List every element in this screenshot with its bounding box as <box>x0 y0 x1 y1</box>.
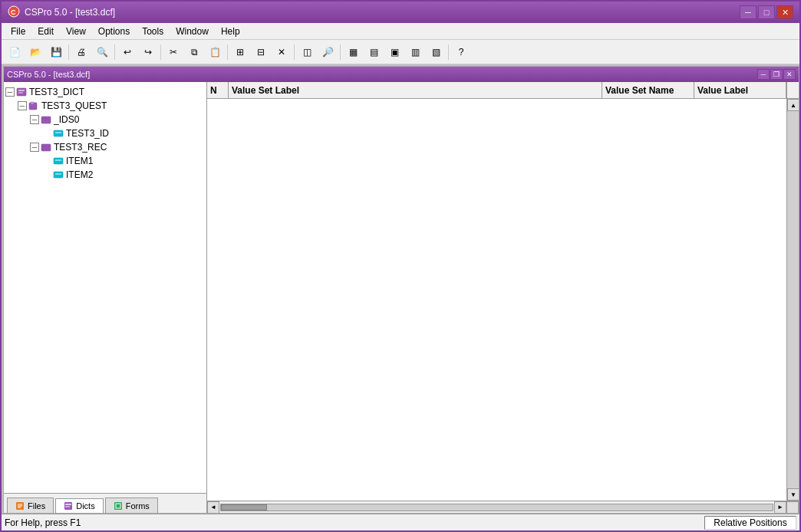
tree-label-dict: TEST3_DICT <box>29 87 84 97</box>
inner-close-button[interactable]: ✕ <box>783 69 796 80</box>
paste-btn[interactable]: 📋 <box>205 42 225 62</box>
grid-col-name: Value Set Name <box>602 82 694 98</box>
mdi-area: CSPro 5.0 - [test3.dcf] ─ ❐ ✕ ─ <box>2 64 799 514</box>
tree-panel: ─ TEST3_DICT <box>4 82 207 513</box>
inner-minimize-button[interactable]: ─ <box>757 69 770 80</box>
toolbar-separator <box>227 44 228 60</box>
tree-item-test3rec[interactable]: ─ TEST3_REC <box>5 140 205 154</box>
hscroll-left-btn[interactable]: ◄ <box>207 501 219 514</box>
add2-btn[interactable]: ⊟ <box>251 42 271 62</box>
menu-item-tools[interactable]: Tools <box>136 23 170 39</box>
grid-col-label: Value Set Label <box>229 82 602 98</box>
tree-toggle-dict[interactable]: ─ <box>5 87 15 97</box>
status-relative-positions: Relative Positions <box>704 516 796 530</box>
inner-window: CSPro 5.0 - [test3.dcf] ─ ❐ ✕ ─ <box>3 66 799 514</box>
tab-bar: Files Dicts <box>4 493 206 513</box>
svg-rect-24 <box>65 506 70 507</box>
find-btn[interactable]: 🔎 <box>318 42 338 62</box>
tree-item-test3id[interactable]: TEST3_ID <box>5 126 205 140</box>
item1-icon <box>53 156 64 166</box>
svg-text:C: C <box>11 8 16 16</box>
tree-item-ids0[interactable]: ─ _IDS0 <box>5 113 205 126</box>
status-bar: For Help, press F1 Relative Positions <box>2 514 799 530</box>
test3id-icon <box>53 129 64 138</box>
tree-label-item2: ITEM2 <box>66 169 93 180</box>
test3rec-icon <box>41 143 51 152</box>
toggle-btn[interactable]: ◫ <box>297 42 317 62</box>
dict-icon <box>16 87 27 97</box>
undo-btn[interactable]: ↩ <box>117 42 137 62</box>
tree-item-dict[interactable]: ─ TEST3_DICT <box>5 85 205 99</box>
print-preview-btn[interactable]: 🔍 <box>92 42 112 62</box>
tab-files[interactable]: Files <box>7 498 54 513</box>
inner-restore-button[interactable]: ❐ <box>770 69 783 80</box>
toolbar-separator <box>340 44 341 60</box>
hscroll-right-btn[interactable]: ► <box>774 501 786 514</box>
menu-item-view[interactable]: View <box>60 23 92 39</box>
print-btn[interactable]: 🖨 <box>71 42 91 62</box>
tab-forms[interactable]: Forms <box>105 498 158 513</box>
hscroll-track <box>220 504 773 511</box>
grid-header: N Value Set Label Value Set Name Value L… <box>207 82 799 99</box>
v1-btn[interactable]: ▦ <box>343 42 363 62</box>
grid-rows-area[interactable] <box>207 99 786 501</box>
app-window: C CSPro 5.0 - [test3.dcf] ─ □ ✕ FileEdit… <box>0 0 801 532</box>
svg-rect-15 <box>55 159 61 161</box>
hscroll-thumb[interactable] <box>221 504 267 511</box>
save-btn[interactable]: 💾 <box>46 42 66 62</box>
grid-col-valuelabel: Value Label <box>694 82 786 98</box>
tree-item-item2[interactable]: ITEM2 <box>5 168 205 182</box>
item2-icon <box>53 170 64 179</box>
horizontal-scrollbar[interactable]: ◄ ► <box>207 501 799 513</box>
v5-btn[interactable]: ▧ <box>426 42 446 62</box>
tab-dicts[interactable]: Dicts <box>55 498 103 513</box>
vscroll-up-btn[interactable]: ▲ <box>787 99 799 111</box>
del-btn[interactable]: ✕ <box>272 42 292 62</box>
status-text: For Help, press F1 <box>5 517 704 528</box>
title-bar: C CSPro 5.0 - [test3.dcf] ─ □ ✕ <box>2 2 799 23</box>
tree-content: ─ TEST3_DICT <box>4 82 206 493</box>
content-area: ─ TEST3_DICT <box>4 82 799 513</box>
new-btn[interactable]: 📄 <box>5 42 25 62</box>
toolbar-separator <box>294 44 295 60</box>
add-btn[interactable]: ⊞ <box>230 42 250 62</box>
tree-toggle-quest[interactable]: ─ <box>18 101 27 110</box>
help-btn[interactable]: ? <box>451 42 471 62</box>
svg-rect-10 <box>55 132 61 133</box>
toolbar-separator <box>160 44 161 60</box>
tree-toggle-rec[interactable]: ─ <box>30 143 39 152</box>
copy-btn[interactable]: ⧉ <box>184 42 204 62</box>
toolbar-separator <box>448 44 449 60</box>
minimize-button[interactable]: ─ <box>740 5 756 19</box>
toolbar-separator <box>68 44 69 60</box>
svg-rect-11 <box>41 144 51 151</box>
menu-item-window[interactable]: Window <box>170 23 215 39</box>
vertical-scrollbar[interactable]: ▲ ▼ <box>786 99 799 501</box>
menu-item-help[interactable]: Help <box>215 23 246 39</box>
close-button[interactable]: ✕ <box>776 5 793 19</box>
v3-btn[interactable]: ▣ <box>384 42 404 62</box>
quest-icon <box>28 101 39 110</box>
v2-btn[interactable]: ▤ <box>364 42 384 62</box>
redo-btn[interactable]: ↪ <box>138 42 158 62</box>
menu-bar: FileEditViewOptionsToolsWindowHelp <box>2 23 799 40</box>
ids0-icon <box>41 115 51 124</box>
vscroll-down-btn[interactable]: ▼ <box>787 488 799 501</box>
cut-btn[interactable]: ✂ <box>163 42 183 62</box>
tree-item-quest[interactable]: ─ TEST3_QUEST <box>5 99 205 113</box>
grid-panel: N Value Set Label Value Set Name Value L… <box>207 82 799 513</box>
tree-label-item1: ITEM1 <box>66 156 93 166</box>
v4-btn[interactable]: ▥ <box>405 42 425 62</box>
menu-item-options[interactable]: Options <box>92 23 136 39</box>
tab-files-label: Files <box>28 501 45 511</box>
title-bar-text: CSPro 5.0 - [test3.dcf] <box>25 7 115 18</box>
menu-item-edit[interactable]: Edit <box>31 23 60 39</box>
maximize-button[interactable]: □ <box>758 5 775 19</box>
tree-toggle-ids0[interactable]: ─ <box>30 115 39 124</box>
open-btn[interactable]: 📂 <box>25 42 45 62</box>
toolbar-separator <box>114 44 115 60</box>
tree-item-item1[interactable]: ITEM1 <box>5 154 205 168</box>
vscroll-track <box>787 111 799 488</box>
tree-label-test3id: TEST3_ID <box>66 128 109 139</box>
menu-item-file[interactable]: File <box>5 23 31 39</box>
